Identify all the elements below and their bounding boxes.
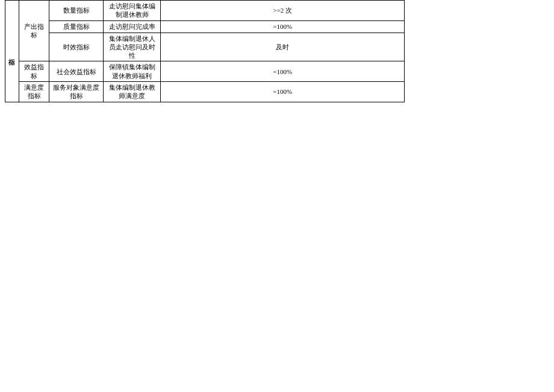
cell-level3: 集体编制退休教师满意度 bbox=[104, 82, 161, 102]
cell-level3: 保障镇集体编制退休教师福利 bbox=[104, 61, 161, 82]
cell-level2: 质量指标 bbox=[49, 20, 104, 33]
table-row: 时效指标 集体编制退休人员走访慰问及时性 及时 bbox=[5, 33, 405, 61]
cell-value: =100% bbox=[161, 61, 405, 82]
cell-value: >=2 次 bbox=[161, 1, 405, 21]
cell-value: =100% bbox=[161, 82, 405, 102]
table-row: 质量指标 走访慰问完成率 =100% bbox=[5, 20, 405, 33]
cell-level2: 服务对象满意度指标 bbox=[49, 82, 104, 102]
cell-value: 及时 bbox=[161, 33, 405, 61]
cell-level3: 走访慰问集体编制退休教师 bbox=[104, 1, 161, 21]
table-row: 效益指标 社会效益指标 保障镇集体编制退休教师福利 =100% bbox=[5, 61, 405, 82]
table-row: 满意度指标 服务对象满意度指标 集体编制退休教师满意度 =100% bbox=[5, 82, 405, 102]
cell-level2: 时效指标 bbox=[49, 33, 104, 61]
cell-level2: 社会效益指标 bbox=[49, 61, 104, 82]
table-row: 指标 产出指标 数量指标 走访慰问集体编制退休教师 >=2 次 bbox=[5, 1, 405, 21]
cell-category: 指标 bbox=[5, 1, 19, 102]
cell-level2: 数量指标 bbox=[49, 1, 104, 21]
cell-output-group: 产出指标 bbox=[19, 1, 49, 61]
indicator-table-container: 指标 产出指标 数量指标 走访慰问集体编制退休教师 >=2 次 质量指标 走访慰… bbox=[5, 0, 554, 102]
cell-level3: 走访慰问完成率 bbox=[104, 20, 161, 33]
cell-level3: 集体编制退休人员走访慰问及时性 bbox=[104, 33, 161, 61]
cell-group: 满意度指标 bbox=[19, 82, 49, 102]
cell-group: 效益指标 bbox=[19, 61, 49, 82]
indicator-table: 指标 产出指标 数量指标 走访慰问集体编制退休教师 >=2 次 质量指标 走访慰… bbox=[5, 0, 405, 102]
cell-value: =100% bbox=[161, 20, 405, 33]
